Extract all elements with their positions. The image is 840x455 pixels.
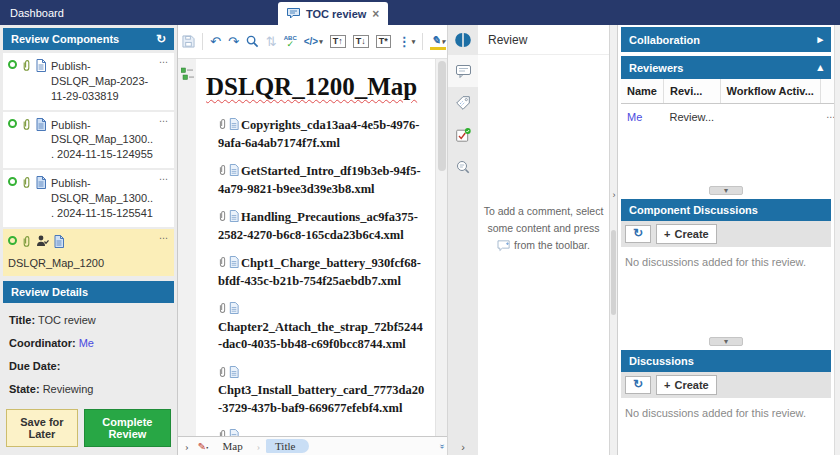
comments-tab[interactable] [448, 55, 478, 87]
component-item[interactable]: Publish-DSLQR_Map_1300... 2024-11-15-125… [3, 170, 174, 227]
document-icon [54, 235, 64, 248]
tags-tab[interactable] [448, 87, 478, 119]
window-scrollbar[interactable] [834, 25, 840, 455]
tasks-tab[interactable] [448, 119, 478, 151]
review-panel-strip: › [448, 25, 478, 455]
reviewer-menu-icon[interactable]: ⋯ [820, 104, 834, 131]
more-actions-button[interactable]: ⋮▾ [398, 35, 416, 48]
create-discussion-button[interactable]: +Create [656, 375, 717, 395]
refresh-discussions-button[interactable]: ↻ [625, 376, 651, 394]
topicref-link[interactable]: Chpt3_Install_battery_card_7773da20-3729… [218, 365, 425, 418]
document-canvas[interactable]: DSLQR_1200_Map Copyrights_cda13aa4-4e5b-… [196, 59, 435, 436]
review-components-header: Review Components ↻ [3, 28, 174, 50]
paperclip-icon [218, 210, 227, 222]
component-discussions-section: ▾ Component Discussions ↻ +Create No dis… [621, 182, 831, 277]
reviewers-header: Reviewers ▴ [621, 56, 831, 79]
text-lower-button[interactable]: T↓ [353, 35, 369, 48]
code-view-button[interactable]: </>▾ [304, 37, 323, 47]
paperclip-icon [218, 429, 227, 436]
outline-view-icon[interactable] [181, 67, 194, 81]
breadcrumb-title[interactable]: Title [266, 439, 309, 453]
reviewer-workflow [720, 104, 820, 131]
text-raise-button[interactable]: T↑ [330, 35, 346, 48]
topicref-label: Chapter2_Attach_the_strap_72bf5244-dac0-… [218, 320, 423, 352]
review-view-toggle[interactable] [448, 25, 478, 55]
search-comments-tab[interactable] [448, 151, 478, 183]
left-sidebar: Review Components ↻ Publish-DSLQR_Map-20… [0, 25, 178, 455]
track-changes-button[interactable]: ⇅ [266, 35, 277, 48]
chevron-down-icon: ▾ [724, 338, 728, 346]
status-circle-icon [8, 236, 17, 245]
detail-due-label: Due Date: [9, 360, 60, 372]
outline-expand-icon[interactable]: › [182, 440, 192, 452]
item-menu-icon[interactable]: ⋯ [159, 174, 169, 184]
xml-file-icon [229, 164, 239, 176]
comment-icon [456, 65, 471, 78]
panel-collapse-handle[interactable]: › [610, 190, 618, 200]
text-attributes-button[interactable]: T* [376, 35, 391, 48]
coordinator-link[interactable]: Me [79, 337, 94, 349]
topicref-link[interactable]: GetStarted_Intro_df19b3eb-94f5-4a79-9821… [218, 163, 425, 198]
paperclip-icon [22, 235, 31, 248]
reviewer-name-link[interactable]: Me [621, 104, 663, 131]
plus-icon: + [664, 228, 670, 240]
topicref-link[interactable]: Handling_Precautions_ac9fa375-2582-4270-… [218, 209, 425, 244]
create-label: Create [675, 228, 709, 240]
xml-file-icon [229, 366, 239, 378]
reviewers-header-row: Name Revi... Workflow Activ... [621, 79, 834, 104]
save-for-later-button[interactable]: Save for Later [6, 409, 78, 447]
review-scrollbar-thumb[interactable] [611, 230, 616, 315]
paperclip-icon [218, 164, 227, 176]
topicref-link[interactable]: Chpt1_Charge_battery_930fcf68-bfdf-435c-… [218, 255, 425, 290]
component-item[interactable]: Publish-DSLQR_Map_1300... 2024-11-15-124… [3, 112, 174, 169]
detail-title: Title: TOC review [9, 314, 168, 326]
detail-coordinator: Coordinator: Me [9, 337, 168, 349]
spell-check-button[interactable]: ABC ✓ [284, 35, 297, 49]
component-discussions-empty: No discussions added for this review. [621, 247, 831, 277]
topicref-link[interactable]: Chapter4_Set_the_Date_and_Time_23202cda-… [218, 428, 425, 436]
save-button[interactable] [182, 35, 195, 48]
review-details-body: Title: TOC review Coordinator: Me Due Da… [0, 306, 177, 407]
highlight-button[interactable]: ✎▾ [430, 34, 446, 50]
toolbar-separator [422, 33, 423, 50]
component-item[interactable]: Publish-DSLQR_Map-2023-11-29-033819 ⋯ [3, 53, 174, 110]
complete-review-button[interactable]: Complete Review [84, 409, 171, 447]
chevron-up-icon[interactable]: ▴ [817, 61, 823, 74]
dashboard-link[interactable]: Dashboard [0, 7, 64, 19]
component-discussions-toolbar: ↻ +Create [621, 221, 831, 247]
search-button[interactable] [246, 35, 259, 48]
collaboration-header[interactable]: Collaboration ▸ [621, 27, 831, 52]
top-bar: Dashboard TOC review × [0, 0, 840, 25]
topicref-label: GetStarted_Intro_df19b3eb-94f5-4a79-9821… [218, 164, 421, 196]
search-comments-icon [456, 160, 470, 174]
breadcrumb-map[interactable]: Map [215, 440, 251, 452]
undo-button[interactable]: ↶ [210, 35, 221, 48]
document-scrollbar[interactable] [435, 59, 447, 436]
component-discussions-collapse[interactable]: ▾ [709, 186, 743, 195]
redo-button[interactable]: ↷ [228, 35, 239, 48]
refresh-discussions-button[interactable]: ↻ [625, 225, 651, 243]
topicref-link[interactable]: Chapter2_Attach_the_strap_72bf5244-dac0-… [218, 301, 425, 354]
paperclip-icon [22, 176, 31, 189]
split-circle-icon [455, 32, 471, 48]
breadcrumb-collapse-icon[interactable]: « [435, 444, 446, 449]
paperclip-icon [22, 59, 31, 72]
item-menu-icon[interactable]: ⋯ [159, 116, 169, 126]
refresh-icon[interactable]: ↻ [156, 33, 166, 45]
scrollbar-thumb[interactable] [438, 61, 446, 171]
tab-toc-review[interactable]: TOC review × [278, 2, 388, 25]
tab-close-icon[interactable]: × [372, 7, 379, 21]
editor-body: DSLQR_1200_Map Copyrights_cda13aa4-4e5b-… [178, 59, 447, 436]
breadcrumb-separator-icon: › [257, 441, 260, 452]
topicref-link[interactable]: Copyrights_cda13aa4-4e5b-4976-9afa-6a4ab… [218, 117, 425, 152]
refresh-icon: ↻ [633, 229, 643, 239]
strip-expand-icon[interactable]: › [448, 441, 478, 453]
discussions-collapse[interactable]: ▾ [709, 337, 743, 346]
component-item-selected[interactable]: ⋯ DSLQR_Map_1200 [3, 229, 174, 277]
create-discussion-button[interactable]: +Create [656, 224, 717, 244]
item-menu-icon[interactable]: ⋯ [159, 57, 169, 67]
track-changes-indicator-icon[interactable]: ✎• [198, 441, 209, 452]
review-panel-content: Review To add a comment, select some con… [478, 25, 609, 455]
item-menu-icon[interactable]: ⋯ [159, 233, 169, 243]
reviewers-title: Reviewers [629, 62, 683, 74]
